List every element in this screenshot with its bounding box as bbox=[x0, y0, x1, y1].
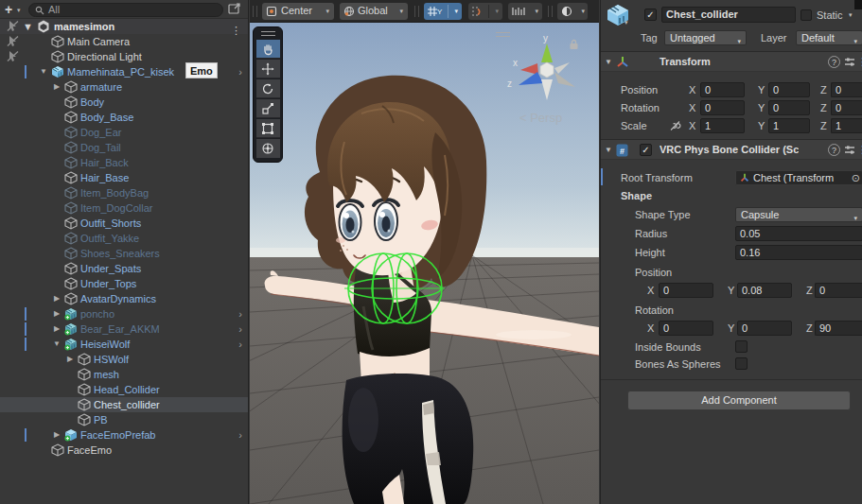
object-picker-icon[interactable]: ⊙ bbox=[852, 171, 860, 184]
hierarchy-item-head-collider[interactable]: Head_Collider bbox=[0, 382, 249, 397]
snap-settings-button[interactable]: ▾ bbox=[468, 3, 502, 20]
hierarchy-item-chest-collider[interactable]: Chest_collider bbox=[0, 397, 249, 412]
scene-header-row[interactable]: ▼ mamesimon ⋮ bbox=[0, 19, 249, 34]
hierarchy-item-bear-ear-akkm[interactable]: ▶Bear_Ear_AKKM› bbox=[0, 322, 249, 337]
scale-tool-button[interactable] bbox=[256, 99, 280, 118]
hierarchy-item-poncho[interactable]: ▶poncho› bbox=[0, 306, 249, 322]
gizmo-z-axis-cone[interactable] bbox=[519, 72, 543, 85]
hierarchy-item-body[interactable]: Body bbox=[0, 95, 249, 110]
foldout-icon[interactable]: ▼ bbox=[605, 146, 612, 154]
prefab-chevron-icon[interactable]: › bbox=[238, 64, 242, 79]
root-transform-object-field[interactable]: Chest (Transform ⊙ bbox=[735, 170, 862, 185]
hierarchy-item-faceemoprefab[interactable]: ▶FaceEmoPrefab› bbox=[0, 427, 249, 443]
foldout-icon[interactable]: ▶ bbox=[51, 306, 62, 322]
collider-rotation-z-field[interactable]: 90 bbox=[815, 321, 862, 336]
scale-x-field[interactable]: 1 bbox=[700, 118, 745, 133]
foldout-icon[interactable]: ▶ bbox=[64, 352, 76, 367]
scale-y-field[interactable]: 1 bbox=[768, 118, 810, 133]
bones-as-spheres-checkbox[interactable] bbox=[735, 357, 748, 370]
picking-toggle-icon[interactable] bbox=[7, 35, 19, 47]
prefab-chevron-icon[interactable]: › bbox=[238, 337, 242, 352]
help-icon[interactable]: ? bbox=[828, 144, 840, 156]
tag-dropdown[interactable]: Untagged▾ bbox=[664, 30, 747, 45]
view-hand-tool-button[interactable] bbox=[256, 40, 280, 59]
hierarchy-search-input[interactable]: All bbox=[28, 3, 223, 17]
hierarchy-item-item-bodybag[interactable]: Item_BodyBag bbox=[0, 185, 249, 200]
constrain-proportions-icon[interactable] bbox=[669, 120, 681, 133]
component-enabled-checkbox[interactable]: ✓ bbox=[640, 144, 652, 156]
physbone-collider-component-header[interactable]: ▼ # ✓ VRC Phys Bone Collider (Sc ? ⋮ bbox=[601, 139, 862, 160]
lock-icon[interactable] bbox=[569, 39, 579, 50]
add-component-button[interactable]: Add Component bbox=[627, 391, 851, 410]
hierarchy-item-under-tops[interactable]: Under_Tops bbox=[0, 276, 249, 291]
presets-icon[interactable] bbox=[844, 57, 855, 70]
collider-rotation-x-field[interactable]: 0 bbox=[659, 321, 713, 336]
hierarchy-item-pb[interactable]: PB bbox=[0, 412, 249, 427]
foldout-icon[interactable]: ▶ bbox=[51, 427, 62, 443]
rotation-x-field[interactable]: 0 bbox=[700, 100, 745, 115]
gizmo-neg-axis-cone[interactable] bbox=[554, 72, 575, 87]
position-x-field[interactable]: 0 bbox=[700, 82, 745, 97]
hierarchy-item-heiseiwolf[interactable]: ▼HeiseiWolf› bbox=[0, 337, 249, 352]
static-checkbox[interactable] bbox=[800, 9, 812, 21]
foldout-icon[interactable]: ▼ bbox=[38, 64, 49, 79]
foldout-icon[interactable]: ▼ bbox=[605, 58, 612, 66]
gizmo-y-axis-cone[interactable] bbox=[541, 43, 553, 62]
measure-tool-button[interactable]: ▾ bbox=[508, 3, 542, 20]
toolbar-drag-handle[interactable] bbox=[548, 6, 553, 17]
prefab-chevron-icon[interactable]: › bbox=[238, 306, 242, 322]
foldout-icon[interactable]: ▶ bbox=[51, 79, 62, 95]
rotation-y-field[interactable]: 0 bbox=[768, 100, 810, 115]
scene-visualization-button[interactable]: ▾ bbox=[557, 3, 588, 20]
scene-foldout-icon[interactable]: ▼ bbox=[23, 19, 33, 34]
create-object-dropdown-icon[interactable]: ▾ bbox=[17, 7, 21, 14]
orientation-gizmo[interactable]: y x z bbox=[500, 32, 594, 113]
icon-dropdown-arrow[interactable]: ▾ bbox=[625, 19, 628, 26]
foldout-icon[interactable]: ▼ bbox=[51, 337, 62, 352]
toolbar-drag-handle[interactable] bbox=[253, 6, 257, 17]
radius-field[interactable]: 0.05 bbox=[735, 226, 862, 241]
gizmo-neg-axis-cone[interactable] bbox=[554, 62, 570, 74]
collider-position-y-field[interactable]: 0.08 bbox=[737, 283, 792, 298]
hierarchy-item-dog-tail[interactable]: Dog_Tail bbox=[0, 140, 249, 155]
hierarchy-item-main-camera[interactable]: Main Camera bbox=[0, 34, 249, 49]
handle-orientation-dropdown[interactable]: Global ▾ bbox=[340, 3, 408, 20]
hierarchy-item-hswolf[interactable]: ▶HSWolf bbox=[0, 352, 249, 367]
rect-tool-button[interactable] bbox=[256, 119, 280, 138]
create-object-button[interactable]: + bbox=[5, 2, 12, 17]
picking-toggle-icon[interactable] bbox=[7, 50, 19, 62]
transform-component-header[interactable]: ▼ Transform ? ⋮ bbox=[601, 51, 862, 72]
hierarchy-item-body-base[interactable]: Body_Base bbox=[0, 110, 249, 125]
rename-popup[interactable]: Emo bbox=[185, 62, 218, 78]
position-z-field[interactable]: 0 bbox=[831, 82, 862, 97]
hierarchy-item-faceemo[interactable]: FaceEmo bbox=[0, 443, 249, 458]
open-in-window-icon[interactable] bbox=[228, 3, 243, 17]
height-field[interactable]: 0.16 bbox=[735, 245, 862, 260]
help-icon[interactable]: ? bbox=[828, 56, 840, 68]
layer-dropdown[interactable]: Default▾ bbox=[796, 30, 862, 45]
shape-type-dropdown[interactable]: Capsule▾ bbox=[735, 207, 862, 222]
hierarchy-item-under-spats[interactable]: Under_Spats bbox=[0, 261, 249, 276]
inside-bounds-checkbox[interactable] bbox=[735, 340, 748, 353]
hierarchy-item-dog-ear[interactable]: Dog_Ear bbox=[0, 125, 249, 140]
hierarchy-item-outfit-shorts[interactable]: Outfit_Shorts bbox=[0, 216, 249, 231]
projection-label[interactable]: < Persp bbox=[519, 111, 562, 125]
foldout-icon[interactable]: ▶ bbox=[51, 291, 62, 306]
rotation-z-field[interactable]: 0 bbox=[831, 100, 862, 115]
hierarchy-item-item-dogcollar[interactable]: Item_DogCollar bbox=[0, 200, 249, 216]
gameobject-name-field[interactable]: Chest_collider bbox=[661, 7, 796, 23]
toolbar-drag-handle[interactable] bbox=[414, 6, 419, 17]
transform-tool-button[interactable] bbox=[256, 139, 280, 158]
active-checkbox[interactable]: ✓ bbox=[644, 9, 657, 21]
gizmo-x-axis-cone[interactable] bbox=[520, 63, 538, 75]
overlay-drag-handle[interactable] bbox=[261, 31, 275, 32]
hierarchy-item-shoes-sneakers[interactable]: Shoes_Sneakers bbox=[0, 246, 249, 261]
collider-position-z-field[interactable]: 0 bbox=[815, 283, 862, 298]
rotate-tool-button[interactable] bbox=[256, 79, 280, 98]
gizmo-neg-y-cone[interactable] bbox=[541, 79, 553, 100]
move-tool-button[interactable] bbox=[256, 60, 280, 78]
prefab-chevron-icon[interactable]: › bbox=[238, 322, 242, 337]
overlay-drag-handle[interactable] bbox=[261, 35, 275, 36]
pivot-mode-dropdown[interactable]: Center ▾ bbox=[262, 3, 334, 20]
scene-viewport[interactable]: y x z < Persp bbox=[250, 23, 599, 504]
